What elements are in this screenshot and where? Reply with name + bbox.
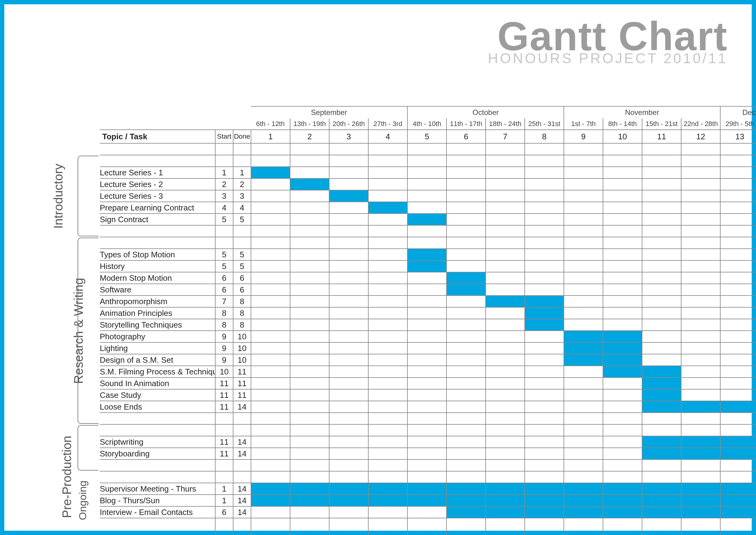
table-row: Ongoing bbox=[26, 471, 756, 483]
gantt-cell bbox=[251, 249, 290, 260]
gantt-cell bbox=[368, 213, 407, 225]
gantt-cell bbox=[290, 342, 329, 354]
table-row: Case Study1111 bbox=[26, 389, 756, 401]
table-row: Sound In Animation1111 bbox=[26, 378, 756, 389]
task-name: Scriptwriting bbox=[100, 436, 215, 448]
gantt-chart: SeptemberOctoberNovemberDecember6th - 12… bbox=[26, 106, 728, 535]
gantt-cell bbox=[720, 331, 756, 342]
gantt-cell bbox=[564, 331, 603, 342]
gantt-cell bbox=[603, 260, 642, 272]
task-done: 8 bbox=[233, 296, 251, 307]
gantt-cell bbox=[564, 506, 603, 518]
gantt-cell bbox=[486, 354, 525, 366]
table-row: Blog - Thurs/Sun114 bbox=[26, 494, 756, 506]
week-numbers-row: Topic / TaskStartDone1234567891011121314 bbox=[26, 130, 756, 143]
gantt-cell bbox=[642, 331, 681, 342]
gantt-cell bbox=[446, 319, 486, 331]
gantt-cell bbox=[681, 202, 720, 213]
task-name: Storyboarding bbox=[100, 448, 215, 460]
week-ranges-row: 6th - 12th13th - 19th20th - 26th27th - 3… bbox=[26, 118, 756, 130]
gap-row bbox=[26, 518, 756, 529]
gantt-cell bbox=[720, 366, 756, 378]
task-name: Design of a S.M. Set bbox=[100, 354, 215, 366]
gantt-cell bbox=[720, 354, 756, 366]
table-row: Introductory bbox=[26, 155, 756, 167]
gantt-cell bbox=[290, 436, 329, 448]
task-name: Lighting bbox=[100, 342, 215, 354]
gantt-cell bbox=[329, 296, 368, 307]
gantt-cell bbox=[720, 284, 756, 296]
gantt-cell bbox=[251, 167, 290, 179]
gantt-cell bbox=[525, 202, 564, 213]
gantt-cell bbox=[486, 284, 525, 296]
gantt-cell bbox=[642, 167, 681, 179]
table-row: Lecture Series - 333 bbox=[26, 190, 756, 202]
gap-row bbox=[26, 143, 756, 155]
gantt-cell bbox=[681, 190, 720, 202]
task-name: S.M. Filming Process & Techniques bbox=[100, 366, 215, 378]
gantt-cell bbox=[368, 307, 407, 319]
gantt-cell bbox=[251, 260, 290, 272]
gantt-cell bbox=[407, 389, 446, 401]
task-done: 11 bbox=[233, 378, 251, 389]
gantt-cell bbox=[290, 354, 329, 366]
task-start: 4 bbox=[215, 202, 233, 213]
task-name: Animation Principles bbox=[100, 307, 215, 319]
task-name: Storytelling Techniques bbox=[100, 319, 215, 331]
task-done: 8 bbox=[233, 319, 251, 331]
task-start: 10 bbox=[215, 366, 233, 378]
week-number: 11 bbox=[642, 130, 681, 143]
gantt-cell bbox=[290, 448, 329, 460]
task-done: 10 bbox=[233, 331, 251, 342]
gantt-cell bbox=[720, 448, 756, 460]
gantt-cell bbox=[642, 296, 681, 307]
task-done: 5 bbox=[233, 249, 251, 260]
gantt-cell bbox=[603, 389, 642, 401]
gantt-cell bbox=[407, 249, 446, 260]
gantt-cell bbox=[329, 249, 368, 260]
gantt-cell bbox=[525, 366, 564, 378]
gantt-cell bbox=[368, 190, 407, 202]
gantt-cell bbox=[251, 284, 290, 296]
week-range: 11th - 17th bbox=[446, 118, 486, 130]
task-start: 9 bbox=[215, 331, 233, 342]
gantt-cell bbox=[681, 448, 720, 460]
gantt-cell bbox=[329, 179, 368, 190]
gantt-cell bbox=[564, 179, 603, 190]
week-range: 15th - 21st bbox=[642, 118, 681, 130]
task-start: 11 bbox=[215, 448, 233, 460]
gantt-cell bbox=[368, 401, 407, 413]
gantt-cell bbox=[251, 366, 290, 378]
gantt-cell bbox=[329, 378, 368, 389]
gantt-cell bbox=[603, 249, 642, 260]
gantt-cell bbox=[564, 378, 603, 389]
table-row: Lecture Series - 111 bbox=[26, 167, 756, 179]
task-name: Blog - Thurs/Sun bbox=[100, 494, 215, 506]
gantt-cell bbox=[329, 494, 368, 506]
gantt-cell bbox=[642, 179, 681, 190]
gantt-cell bbox=[642, 190, 681, 202]
gantt-cell bbox=[407, 284, 446, 296]
gantt-cell bbox=[720, 179, 756, 190]
gantt-cell bbox=[329, 213, 368, 225]
gantt-cell bbox=[290, 378, 329, 389]
gantt-cell bbox=[525, 190, 564, 202]
gantt-cell bbox=[329, 202, 368, 213]
task-start: 1 bbox=[215, 494, 233, 506]
gantt-cell bbox=[251, 506, 290, 518]
table-row: Prepare Learning Contract44 bbox=[26, 202, 756, 213]
gantt-cell bbox=[720, 202, 756, 213]
week-range: 4th - 10th bbox=[407, 118, 446, 130]
gantt-cell bbox=[642, 260, 681, 272]
week-range: 13th - 19th bbox=[290, 118, 329, 130]
gantt-cell bbox=[642, 448, 681, 460]
gantt-cell bbox=[525, 307, 564, 319]
task-name: Sound In Animation bbox=[100, 378, 215, 389]
gantt-cell bbox=[525, 389, 564, 401]
table-row: Design of a S.M. Set910 bbox=[26, 354, 756, 366]
gantt-cell bbox=[720, 494, 756, 506]
gantt-cell bbox=[603, 354, 642, 366]
chart-subtitle: HONOURS PROJECT 2010/11 bbox=[488, 52, 728, 65]
bracket-icon bbox=[63, 155, 100, 237]
gantt-cell bbox=[681, 401, 720, 413]
